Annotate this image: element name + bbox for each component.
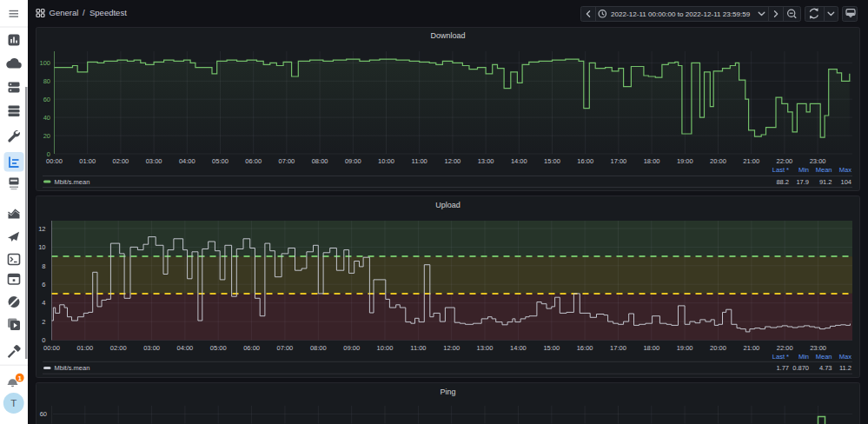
svg-text:06:00: 06:00 xyxy=(245,157,262,165)
svg-text:10:00: 10:00 xyxy=(378,157,394,165)
svg-text:08:00: 08:00 xyxy=(312,157,328,165)
svg-text:04:00: 04:00 xyxy=(177,344,194,352)
svg-text:17:00: 17:00 xyxy=(610,344,626,352)
svg-text:General: General xyxy=(50,8,79,17)
svg-text:Mbit/s.mean: Mbit/s.mean xyxy=(55,364,90,372)
svg-text:05:00: 05:00 xyxy=(210,344,227,352)
svg-text:20:00: 20:00 xyxy=(710,344,726,352)
svg-text:100: 100 xyxy=(39,59,50,67)
svg-text:2: 2 xyxy=(42,318,45,326)
svg-text:19:00: 19:00 xyxy=(677,157,693,165)
svg-text:03:00: 03:00 xyxy=(146,157,162,165)
svg-text:05:00: 05:00 xyxy=(212,157,229,165)
svg-text:06:00: 06:00 xyxy=(243,344,260,352)
svg-text:13:00: 13:00 xyxy=(478,157,494,165)
svg-text:14:00: 14:00 xyxy=(510,344,527,352)
svg-text:1: 1 xyxy=(17,374,22,382)
svg-text:07:00: 07:00 xyxy=(279,157,295,165)
svg-text:Min: Min xyxy=(798,353,809,361)
svg-text:Max: Max xyxy=(839,353,851,361)
svg-text:04:00: 04:00 xyxy=(179,157,195,165)
svg-text:Speedtest: Speedtest xyxy=(89,8,127,17)
svg-text:40: 40 xyxy=(43,114,50,122)
svg-text:4.73: 4.73 xyxy=(819,364,832,372)
svg-text:Ping: Ping xyxy=(440,388,455,396)
svg-text:09:00: 09:00 xyxy=(343,344,360,352)
svg-text:22:00: 22:00 xyxy=(777,157,793,165)
svg-text:Max: Max xyxy=(839,166,851,174)
svg-text:00:00: 00:00 xyxy=(43,344,60,352)
svg-text:12:00: 12:00 xyxy=(445,157,461,165)
svg-text:15:00: 15:00 xyxy=(544,157,560,165)
svg-text:12: 12 xyxy=(38,225,45,233)
svg-text:0.870: 0.870 xyxy=(792,364,809,372)
svg-text:11.2: 11.2 xyxy=(839,364,851,372)
svg-text:00:00: 00:00 xyxy=(46,157,63,165)
svg-text:0: 0 xyxy=(47,150,50,158)
svg-text:88.2: 88.2 xyxy=(776,178,789,186)
svg-text:19:00: 19:00 xyxy=(677,344,693,352)
svg-text:60: 60 xyxy=(43,96,50,103)
svg-text:01:00: 01:00 xyxy=(79,157,96,165)
svg-text:91.2: 91.2 xyxy=(819,178,832,186)
svg-text:Last *: Last * xyxy=(772,166,789,174)
svg-text:Mbit/s.mean: Mbit/s.mean xyxy=(55,178,90,186)
svg-text:20:00: 20:00 xyxy=(710,157,726,165)
svg-text:/: / xyxy=(83,8,85,17)
svg-text:Last *: Last * xyxy=(772,353,789,361)
svg-text:21:00: 21:00 xyxy=(743,157,759,165)
svg-text:4: 4 xyxy=(42,299,45,307)
svg-text:12:00: 12:00 xyxy=(443,344,460,352)
svg-text:18:00: 18:00 xyxy=(644,157,660,165)
svg-text:13:00: 13:00 xyxy=(477,344,494,352)
svg-text:01:00: 01:00 xyxy=(76,344,93,352)
svg-text:8: 8 xyxy=(42,262,45,270)
svg-text:1.77: 1.77 xyxy=(776,364,789,372)
svg-text:23:00: 23:00 xyxy=(810,157,826,165)
svg-text:23:00: 23:00 xyxy=(810,344,826,352)
svg-text:08:00: 08:00 xyxy=(310,344,327,352)
svg-text:60: 60 xyxy=(40,410,47,418)
svg-text:104: 104 xyxy=(840,178,851,186)
svg-text:Mean: Mean xyxy=(816,166,832,174)
svg-text:T: T xyxy=(10,398,17,408)
svg-text:17:00: 17:00 xyxy=(611,157,627,165)
svg-text:02:00: 02:00 xyxy=(113,157,129,165)
svg-text:Min: Min xyxy=(798,166,809,174)
svg-text:Download: Download xyxy=(430,31,465,40)
svg-text:21:00: 21:00 xyxy=(744,344,760,352)
svg-text:09:00: 09:00 xyxy=(345,157,361,165)
svg-text:17.9: 17.9 xyxy=(796,178,809,186)
svg-text:6: 6 xyxy=(42,281,45,288)
svg-text:16:00: 16:00 xyxy=(577,344,593,352)
svg-text:10: 10 xyxy=(38,243,45,251)
svg-text:80: 80 xyxy=(43,77,50,85)
svg-text:Upload: Upload xyxy=(435,201,461,209)
svg-text:15:00: 15:00 xyxy=(543,344,560,352)
svg-text:Mean: Mean xyxy=(816,353,832,361)
svg-text:20: 20 xyxy=(43,132,50,140)
svg-text:18:00: 18:00 xyxy=(643,344,659,352)
svg-text:16:00: 16:00 xyxy=(577,157,593,165)
svg-text:10:00: 10:00 xyxy=(377,344,394,352)
svg-text:07:00: 07:00 xyxy=(277,344,294,352)
svg-text:0: 0 xyxy=(42,336,45,344)
svg-text:11:00: 11:00 xyxy=(410,344,426,352)
svg-text:02:00: 02:00 xyxy=(110,344,127,352)
svg-text:14:00: 14:00 xyxy=(511,157,527,165)
svg-text:2022-12-11 00:00:00 to 2022-12: 2022-12-11 00:00:00 to 2022-12-11 23:59:… xyxy=(611,10,751,18)
svg-text:03:00: 03:00 xyxy=(143,344,160,352)
svg-text:11:00: 11:00 xyxy=(412,157,427,165)
svg-text:22:00: 22:00 xyxy=(777,344,793,352)
